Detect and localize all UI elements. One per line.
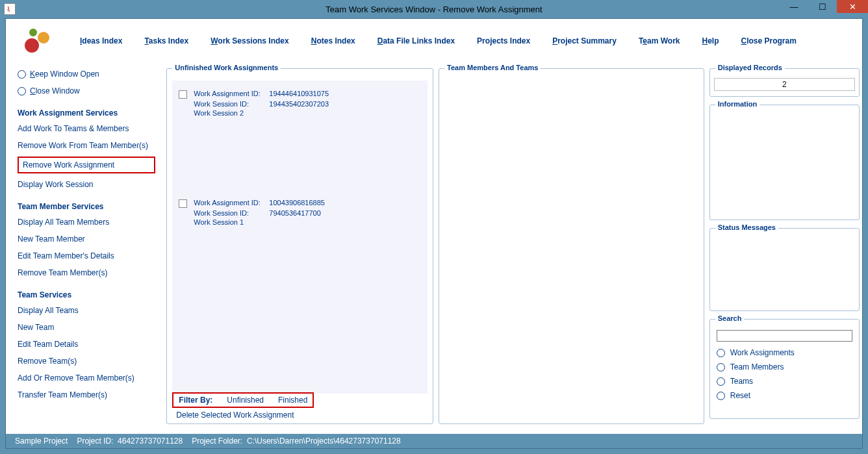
assignment-item[interactable]: Work Assignment ID: 10043906816885 Work …: [179, 199, 421, 308]
search-tm-label: Team Members: [730, 362, 784, 372]
wa-id-value: 10043906816885: [269, 199, 325, 208]
new-team-member-link[interactable]: New Team Member: [18, 233, 157, 245]
remove-work-from-members-link[interactable]: Remove Work From Team Member(s): [18, 140, 157, 151]
information-legend: Information: [715, 100, 760, 108]
minimize-button[interactable]: —: [780, 0, 808, 13]
content: Keep Window Open Close Window Work Assig…: [6, 63, 862, 433]
keep-window-open-radio[interactable]: Keep Window Open: [18, 68, 157, 80]
logo: [19, 25, 58, 57]
search-reset[interactable]: Reset: [717, 391, 852, 400]
team-members-panel: Team Members And Teams: [439, 68, 704, 424]
ws-name: Work Session 2: [194, 109, 269, 117]
menu-worksessions[interactable]: Work Sessions Index: [211, 36, 289, 45]
menu-teamwork[interactable]: Team Work: [639, 36, 680, 45]
display-all-teams-link[interactable]: Display All Teams: [18, 305, 157, 316]
remove-teams-link[interactable]: Remove Team(s): [18, 355, 157, 367]
titlebar: Team Work Services Window - Remove Work …: [0, 0, 868, 18]
ws-id-value: 7940536417700: [269, 209, 321, 217]
displayed-records-panel: Displayed Records 2: [709, 68, 860, 97]
search-teams[interactable]: Teams: [717, 377, 852, 386]
search-work-assignments[interactable]: Work Assignments: [717, 348, 852, 357]
menu-tasks[interactable]: Tasks Index: [144, 36, 188, 45]
radio-icon: [717, 349, 725, 357]
menu-projectsummary[interactable]: Project Summary: [552, 36, 617, 45]
team-members-legend: Team Members And Teams: [444, 64, 541, 71]
display-work-session-link[interactable]: Display Work Session: [18, 179, 157, 190]
displayed-records-value: 2: [714, 78, 855, 91]
window-title: Team Work Services Window - Remove Work …: [0, 5, 868, 14]
search-panel: Search Work Assignments Team Members Tea…: [709, 319, 860, 419]
information-panel: Information: [709, 105, 860, 220]
transfer-members-link[interactable]: Transfer Team Member(s): [18, 389, 157, 401]
pid-label: Project ID:: [77, 436, 113, 446]
checkbox[interactable]: [179, 199, 187, 208]
display-all-members-link[interactable]: Display All Team Members: [18, 216, 157, 228]
window-buttons: — ☐ ✕: [780, 0, 868, 13]
maximize-button[interactable]: ☐: [808, 0, 837, 13]
unfinished-assignments-panel: Unfinished Work Assignments Work Assignm…: [166, 68, 433, 424]
close-window-radio[interactable]: Close Window: [18, 85, 157, 97]
menu-datafile[interactable]: Data File Links Index: [377, 36, 455, 45]
menu-help[interactable]: Help: [702, 36, 719, 45]
add-remove-members-link[interactable]: Add Or Remove Team Member(s): [18, 372, 157, 384]
inner-frame: Ideas Index Tasks Index Work Sessions In…: [5, 18, 863, 449]
new-team-link[interactable]: New Team: [18, 322, 157, 333]
filter-label: Filter By:: [179, 396, 212, 405]
section-work-assignment: Work Assignment Services: [18, 108, 157, 118]
wa-id-label: Work Assignment ID:: [194, 199, 269, 208]
menu-close[interactable]: Close Program: [741, 36, 797, 45]
radio-icon: [717, 377, 725, 386]
folder-value: C:\Users\Darren\Projects\464273737071128: [247, 436, 401, 446]
sidebar: Keep Window Open Close Window Work Assig…: [8, 63, 166, 433]
status-project-id: Project ID: 464273737071128: [77, 436, 183, 446]
delete-selected-link[interactable]: Delete Selected Work Assignment: [176, 410, 294, 420]
radio-icon: [717, 363, 725, 372]
status-legend: Status Messages: [715, 223, 778, 231]
section-team: Team Services: [18, 290, 157, 299]
assignments-list: Work Assignment ID: 194446410931075 Work…: [172, 81, 428, 394]
add-work-link[interactable]: Add Work To Teams & Members: [18, 123, 157, 134]
edit-team-details-link[interactable]: Edit Team Details: [18, 338, 157, 350]
menu: Ideas Index Tasks Index Work Sessions In…: [80, 36, 797, 45]
folder-label: Project Folder:: [192, 436, 242, 446]
ws-id-value: 194435402307203: [269, 100, 329, 108]
search-team-members[interactable]: Team Members: [717, 362, 852, 372]
search-teams-label: Teams: [730, 377, 753, 386]
radio-icon: [18, 70, 26, 79]
status-project-folder: Project Folder: C:\Users\Darren\Projects…: [192, 436, 401, 446]
filter-unfinished[interactable]: Unfinished: [227, 396, 264, 405]
menu-ideas[interactable]: Ideas Index: [80, 36, 122, 45]
filter-row: Filter By: Unfinished Finished: [172, 392, 314, 408]
svg-point-0: [29, 29, 37, 36]
topbar: Ideas Index Tasks Index Work Sessions In…: [6, 19, 862, 63]
ws-id-label: Work Session ID:: [194, 209, 269, 217]
remove-work-assignment-link[interactable]: Remove Work Assignment: [18, 157, 155, 173]
search-wa-label: Work Assignments: [730, 348, 795, 357]
radio-icon: [717, 392, 725, 400]
svg-point-2: [25, 38, 39, 53]
close-button[interactable]: ✕: [837, 0, 868, 13]
radio-icon: [18, 87, 26, 95]
search-reset-label: Reset: [730, 391, 750, 400]
assignment-item[interactable]: Work Assignment ID: 194446410931075 Work…: [179, 90, 421, 199]
unfinished-assignments-legend: Unfinished Work Assignments: [172, 64, 281, 71]
menu-notes[interactable]: Notes Index: [311, 36, 355, 45]
ws-id-label: Work Session ID:: [194, 100, 269, 108]
search-input[interactable]: [717, 330, 852, 342]
edit-team-member-link[interactable]: Edit Team Member's Details: [18, 250, 157, 262]
wa-id-value: 194446410931075: [269, 90, 329, 99]
menu-projects[interactable]: Projects Index: [477, 36, 530, 45]
remove-team-members-link[interactable]: Remove Team Member(s): [18, 267, 157, 279]
ws-name: Work Session 1: [194, 218, 269, 226]
filter-finished[interactable]: Finished: [278, 396, 307, 405]
section-team-member: Team Member Services: [18, 202, 157, 211]
checkbox[interactable]: [179, 90, 187, 99]
search-legend: Search: [715, 314, 745, 322]
pid-value: 464273737071128: [118, 436, 183, 446]
displayed-records-legend: Displayed Records: [715, 64, 785, 71]
status-project-name: Sample Project: [15, 436, 68, 446]
wa-id-label: Work Assignment ID:: [194, 90, 269, 99]
status-messages-panel: Status Messages: [709, 228, 860, 311]
right-column: Displayed Records 2 Information Status M…: [709, 63, 860, 433]
svg-point-1: [38, 32, 49, 44]
